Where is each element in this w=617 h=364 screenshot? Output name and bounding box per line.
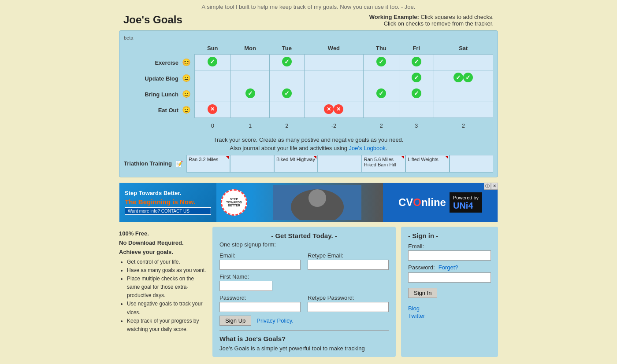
cell-blog-thu[interactable] (364, 70, 399, 86)
cell-eatout-tue[interactable] (270, 102, 305, 118)
cell-eatout-fri[interactable] (399, 102, 434, 118)
cell-blog-wed[interactable] (304, 70, 363, 86)
password-input[interactable] (219, 302, 301, 312)
score-thu: 2 (364, 118, 399, 134)
forget-password-link[interactable]: Forget? (439, 264, 458, 271)
cell-exercise-wed[interactable] (304, 55, 363, 70)
signup-button[interactable]: Sign Up (219, 316, 251, 326)
triathlon-cell-2[interactable]: Biked Mt Highway (274, 155, 318, 173)
goal-label-exercise: Exercise 😊 (124, 55, 194, 70)
table-row: Update Blog 😐 (124, 70, 493, 86)
journal-link[interactable]: Joe's Logbook (349, 145, 386, 151)
check-green-icon (412, 57, 421, 66)
privacy-policy-link[interactable]: Privacy Policy. (256, 317, 294, 324)
retype-email-input[interactable] (308, 260, 389, 270)
divider (219, 330, 389, 331)
table-row: Bring Lunch 😐 (124, 86, 493, 102)
check-red-icon (334, 104, 343, 114)
table-row: Eat Out 😟 (124, 102, 493, 118)
cell-exercise-mon[interactable] (231, 55, 270, 70)
cell-exercise-tue[interactable] (270, 55, 305, 70)
cell-exercise-sat[interactable] (434, 55, 493, 70)
feature-list: Get control of your life. Have as many g… (119, 258, 207, 334)
cell-exercise-fri[interactable] (399, 55, 434, 70)
cell-blog-tue[interactable] (270, 70, 305, 86)
journal-text: Also journal about your life and activit… (124, 145, 493, 151)
ad-left-cta[interactable]: Want more info? CONTACT US (125, 207, 211, 215)
email-input[interactable] (219, 260, 301, 270)
working-example-bold: Working Example: (369, 14, 419, 20)
corner-mark (314, 156, 316, 159)
triathlon-cell-3[interactable] (318, 155, 361, 173)
triathlon-cell-text-2: Biked Mt Highway (276, 157, 315, 162)
cell-eatout-thu[interactable] (364, 102, 399, 118)
triathlon-cell-1[interactable] (230, 155, 274, 173)
cell-lunch-thu[interactable] (364, 86, 399, 102)
goal-label-eatout: Eat Out 😟 (124, 102, 194, 118)
signup-btn-row: Sign Up Privacy Policy. (219, 316, 389, 326)
working-example: Working Example: Click squares to add ch… (369, 14, 494, 27)
triathlon-cell-4[interactable]: Ran 5.6 Miles- Hiked Barn Hill (362, 155, 405, 173)
check-red-icon (324, 104, 334, 114)
retype-password-input[interactable] (308, 302, 389, 312)
goal-label-blog: Update Blog 😐 (124, 70, 194, 86)
cell-lunch-wed[interactable] (304, 86, 363, 102)
col-mon: Mon (231, 42, 270, 55)
cell-lunch-sun[interactable] (194, 86, 231, 102)
check-green-icon (282, 88, 292, 98)
goals-table: Sun Mon Tue Wed Thu Fri Sat Exercise 😊 (124, 42, 493, 134)
blog-link[interactable]: Blog (408, 305, 491, 312)
get-started-heading: - Get Started Today. - (219, 232, 389, 239)
triathlon-cell-6[interactable] (450, 155, 493, 173)
firstname-input[interactable] (219, 281, 272, 291)
check-green-icon (208, 57, 217, 66)
email-group: Email: (219, 252, 301, 270)
powered-by: Powered by (453, 195, 479, 200)
signin-email-input[interactable] (408, 250, 491, 261)
score-row: 0 1 2 -2 2 3 2 (124, 118, 493, 134)
no-download-label: No Download Required. (119, 239, 207, 246)
ad-close-button[interactable]: ✕ (491, 183, 498, 190)
cell-blog-fri[interactable] (399, 70, 434, 86)
cell-exercise-sun[interactable] (194, 55, 231, 70)
cell-lunch-mon[interactable] (231, 86, 270, 102)
check-green-icon (463, 73, 473, 82)
cell-eatout-sat[interactable] (434, 102, 493, 118)
beta-label: beta (124, 35, 493, 40)
cell-lunch-fri[interactable] (399, 86, 434, 102)
col-fri: Fri (399, 42, 434, 55)
signin-button[interactable]: Sign In (408, 288, 437, 298)
score-sun: 0 (194, 118, 231, 134)
ad-banner: Step Towards Better. The Beginning is No… (119, 183, 498, 222)
what-is-heading: What is Joe's Goals? (219, 335, 389, 342)
signup-subtitle: One step signup form: (219, 241, 389, 248)
list-item: Place multiple checks on the same goal f… (127, 275, 207, 300)
cell-lunch-sat[interactable] (434, 86, 493, 102)
triathlon-cell-0[interactable]: Ran 3.2 Miles (186, 155, 230, 173)
twitter-link[interactable]: Twitter (408, 313, 491, 319)
retype-password-group: Retype Password: (308, 294, 389, 312)
working-example-text2: Click on checks to remove from the track… (384, 20, 494, 27)
cell-eatout-wed[interactable] (304, 102, 363, 118)
cell-lunch-tue[interactable] (270, 86, 305, 102)
cell-blog-sun[interactable] (194, 70, 231, 86)
left-panel: 100% Free. No Download Required. Achieve… (119, 227, 207, 357)
triathlon-cells: Ran 3.2 Miles Biked Mt Highway Ran 5.6 M… (186, 155, 493, 173)
cell-blog-sat[interactable] (434, 70, 493, 86)
col-thu: Thu (364, 42, 399, 55)
cell-eatout-sun[interactable] (194, 102, 231, 118)
journal-suffix: . (386, 145, 387, 151)
ad-controls: ⓘ ✕ (484, 183, 498, 190)
edit-icon[interactable]: 📝 (175, 160, 183, 167)
check-red-icon (208, 104, 217, 114)
signin-password-input[interactable] (408, 272, 491, 283)
cell-eatout-mon[interactable] (231, 102, 270, 118)
col-tue: Tue (270, 42, 305, 55)
col-sun: Sun (194, 42, 231, 55)
cell-blog-mon[interactable] (231, 70, 270, 86)
cell-exercise-thu[interactable] (364, 55, 399, 70)
signin-password-label: Password: (408, 264, 435, 271)
ad-info-button[interactable]: ⓘ (484, 183, 491, 190)
triathlon-cell-5[interactable]: Lifted Weights (405, 155, 449, 173)
achieve-label: Achieve your goals. (119, 249, 207, 255)
